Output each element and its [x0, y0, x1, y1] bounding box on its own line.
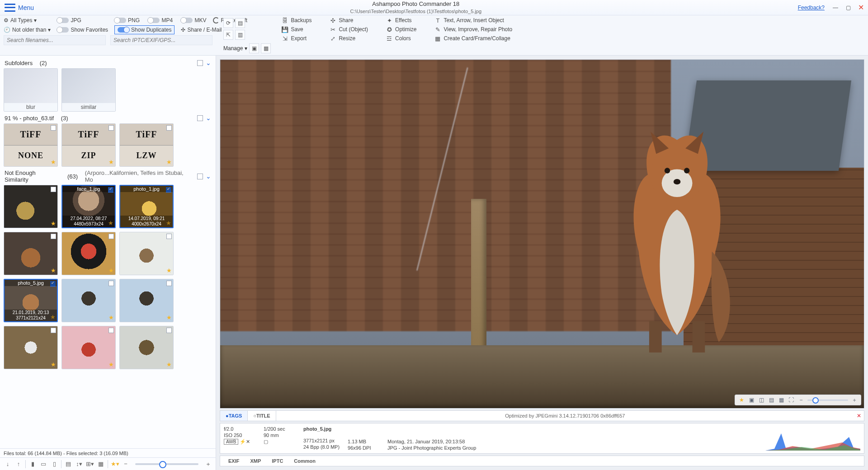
- group-check[interactable]: [197, 60, 203, 66]
- nav-first[interactable]: ↓: [4, 460, 12, 468]
- export-icon[interactable]: ⇱: [223, 30, 233, 40]
- title-tab[interactable]: ○ TITLE: [248, 411, 276, 421]
- action-effects[interactable]: ✦Effects: [386, 17, 416, 24]
- preview-image[interactable]: ★ ▣ ◫ ▤ ▦ ⛶ − ＋: [220, 59, 864, 409]
- thumb-cat[interactable]: ★: [119, 232, 174, 275]
- thumb-face-1[interactable]: ★ face_1.jpg 27.04.2022, 08:274480x5973x…: [61, 185, 116, 228]
- thumb-ladybug2[interactable]: ★: [61, 326, 116, 369]
- dup-thumb-none[interactable]: TiFFNONE★: [4, 123, 58, 167]
- page-icon[interactable]: ▤: [235, 18, 245, 28]
- tab-xmp[interactable]: XMP: [250, 458, 261, 464]
- group-check[interactable]: [197, 115, 203, 121]
- grid-icon[interactable]: ⊞▾: [86, 460, 94, 468]
- action-view-repair[interactable]: ✎View, Improve, Repair Photo: [434, 26, 512, 33]
- manage-a[interactable]: ▣: [249, 43, 259, 53]
- manage-b[interactable]: ▦: [261, 43, 271, 53]
- filter-jpg[interactable]: JPG: [57, 17, 108, 24]
- action-resize[interactable]: ⤢Resize: [330, 35, 368, 42]
- toolbar-zone: ⚙ All Types ▾ JPG PNG MP4 MKV Rotate Lef…: [0, 15, 868, 56]
- layout-a[interactable]: ▮: [28, 460, 37, 468]
- maximize-button[interactable]: ▢: [843, 3, 854, 12]
- group-check[interactable]: [197, 174, 203, 179]
- fullscreen-icon[interactable]: ⛶: [788, 396, 795, 404]
- manage-dropdown[interactable]: ▾: [245, 45, 247, 52]
- fit-icon[interactable]: ▣: [748, 396, 755, 404]
- action-backups[interactable]: 🗄Backups: [282, 17, 311, 24]
- info-format: JPG - Joint Photographic Experts Group: [387, 445, 505, 451]
- folder-thumb-similar[interactable]: similar: [61, 68, 116, 112]
- action-text-object[interactable]: TText, Arrow, Insert Object: [434, 17, 512, 24]
- tab-common[interactable]: Common: [294, 458, 316, 464]
- thumb-ladybug[interactable]: ★: [61, 232, 116, 275]
- close-button[interactable]: ✕: [855, 3, 866, 12]
- action-share[interactable]: ✣Share: [330, 17, 368, 24]
- filter-all-types[interactable]: ⚙ All Types ▾: [4, 17, 51, 24]
- thumb-eagle2[interactable]: ★: [119, 279, 174, 322]
- chevron-down-icon[interactable]: ⌄: [206, 114, 211, 122]
- layers-icon[interactable]: ▦: [97, 460, 105, 468]
- grid-overlay-icon[interactable]: ▦: [778, 396, 785, 404]
- layout-b[interactable]: ▭: [39, 460, 47, 468]
- tab-iptc[interactable]: IPTC: [272, 458, 283, 464]
- tags-tab[interactable]: ● TAGS: [220, 411, 248, 421]
- search-filenames[interactable]: [4, 35, 106, 45]
- wand-icon: ✎: [434, 26, 441, 33]
- title-center: Ashampoo Photo Commander 18 C:\Users\Tes…: [34, 0, 798, 14]
- menu-button[interactable]: Menu: [18, 4, 34, 11]
- thumb-size-slider[interactable]: [135, 463, 198, 465]
- action-save[interactable]: 💾Save: [282, 26, 311, 33]
- zoom-slider[interactable]: [807, 400, 848, 401]
- action-optimize[interactable]: ✪Optimize: [386, 26, 416, 33]
- filter-mp4[interactable]: MP4: [148, 17, 175, 24]
- group-nes[interactable]: Not Enough Similarity (63) (Arporo...Kal…: [4, 167, 212, 185]
- thumb-eagle[interactable]: ★: [61, 279, 116, 322]
- nav-up[interactable]: ↑: [14, 460, 23, 468]
- filter-png[interactable]: PNG: [114, 17, 142, 24]
- filter-show-favorites[interactable]: Show Favorites: [57, 27, 108, 33]
- thumb-fox-a[interactable]: ★: [4, 232, 58, 275]
- one-to-one-icon[interactable]: ▤: [768, 396, 775, 404]
- filter-not-older[interactable]: 🕘 Not older than ▾: [4, 27, 51, 33]
- refresh-button[interactable]: ⟳: [223, 18, 233, 28]
- zoom-in[interactable]: ＋: [204, 460, 212, 468]
- thumb-hawk[interactable]: ★: [119, 326, 174, 369]
- crop-icon[interactable]: ◫: [758, 396, 765, 404]
- titlebar: Menu Ashampoo Photo Commander 18 C:\User…: [0, 0, 868, 15]
- tags-close[interactable]: ✕: [854, 413, 864, 419]
- thumb-plant[interactable]: ★: [4, 185, 58, 228]
- sort-icon[interactable]: ↕▾: [75, 460, 83, 468]
- filter-mkv[interactable]: MKV: [181, 17, 206, 24]
- group-duplicates[interactable]: 91 % - photo_63.tif (3) ⌄: [4, 112, 212, 123]
- filter-show-duplicates[interactable]: Show Duplicates: [114, 25, 175, 34]
- layout-c[interactable]: ▯: [50, 460, 58, 468]
- dup-thumb-zip[interactable]: TiFFZIP★: [61, 123, 116, 167]
- zoom-out-mini[interactable]: −: [797, 396, 805, 404]
- folder-thumb-blur[interactable]: blur: [4, 68, 58, 112]
- stack-icon[interactable]: ▥: [235, 30, 245, 40]
- minimize-button[interactable]: —: [830, 3, 841, 12]
- thumb-photo-5[interactable]: ★ photo_5.jpg 21.01.2019, 20:133771x2121…: [4, 279, 58, 322]
- chevron-down-icon[interactable]: ⌄: [206, 59, 211, 66]
- search-metadata[interactable]: [110, 35, 212, 45]
- action-export[interactable]: ⇲Export: [282, 35, 311, 42]
- main-area: Subfolders (2) ⌄ blur similar 91 % - pho…: [0, 56, 868, 470]
- dup-thumb-lzw[interactable]: TiFFLZW★: [119, 123, 174, 167]
- action-cut[interactable]: ✂Cut (Object): [330, 26, 368, 33]
- tab-exif[interactable]: EXIF: [228, 458, 239, 464]
- feedback-link[interactable]: Feedback?: [798, 5, 825, 11]
- action-create[interactable]: ▦Create Card/Frame/Collage: [434, 35, 512, 42]
- thumbnail-scroll[interactable]: Subfolders (2) ⌄ blur similar 91 % - pho…: [0, 56, 216, 448]
- effects-icon: ✦: [386, 17, 392, 24]
- zoom-out[interactable]: −: [122, 460, 130, 468]
- zoom-in-mini[interactable]: ＋: [851, 396, 858, 404]
- search-row: [4, 35, 212, 45]
- thumb-gull[interactable]: ★: [4, 326, 58, 369]
- tree-icon[interactable]: ▤: [64, 460, 72, 468]
- chevron-down-icon[interactable]: ⌄: [206, 173, 211, 180]
- menu-icon[interactable]: [5, 4, 15, 12]
- star-filter[interactable]: ★▾: [111, 460, 119, 468]
- thumb-photo-1[interactable]: ★ photo_1.jpg 14.07.2019, 09:214000x2670…: [119, 185, 174, 228]
- action-colors[interactable]: ☲Colors: [386, 35, 416, 42]
- group-subfolders[interactable]: Subfolders (2) ⌄: [4, 56, 212, 68]
- star-icon[interactable]: ★: [738, 396, 745, 404]
